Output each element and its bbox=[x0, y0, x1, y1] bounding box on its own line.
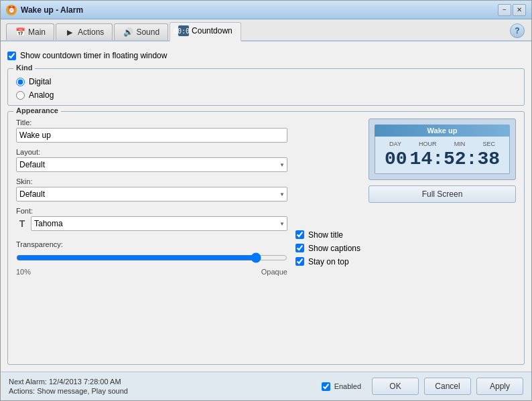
tabs-container: 📅 Main ▶ Actions 🔊 Sound 00:00 Countdown… bbox=[1, 19, 531, 42]
preview-title-bar: Wake up bbox=[375, 125, 510, 137]
action-buttons: OK Cancel Apply bbox=[372, 378, 523, 395]
preview-hour-label: HOUR bbox=[419, 141, 437, 147]
full-screen-label: Full Screen bbox=[422, 189, 463, 199]
tab-actions[interactable]: ▶ Actions bbox=[56, 23, 113, 40]
kind-digital-row: Digital bbox=[16, 77, 516, 86]
show-title-label: Show title bbox=[308, 230, 343, 240]
title-field-label: Title: bbox=[16, 118, 287, 127]
kind-radio-group: Digital Analog bbox=[16, 77, 516, 100]
cancel-button[interactable]: Cancel bbox=[424, 378, 471, 395]
preview-title: Wake up bbox=[427, 127, 458, 135]
window-icon: ⏰ bbox=[6, 5, 17, 15]
tab-actions-label: Actions bbox=[78, 27, 104, 37]
minimize-button[interactable]: − bbox=[498, 4, 511, 16]
kind-digital-radio[interactable] bbox=[16, 78, 25, 86]
stay-on-top-label: Stay on top bbox=[308, 257, 349, 266]
transparency-label: Transparency: bbox=[16, 240, 287, 248]
kind-analog-row: Analog bbox=[16, 90, 516, 100]
appearance-group: Appearance Title: Layout: Default bbox=[7, 111, 525, 365]
title-bar: ⏰ Wake up - Alarm − ✕ bbox=[1, 1, 531, 19]
help-button[interactable]: ? bbox=[510, 23, 525, 38]
layout-select-wrapper: Default bbox=[16, 157, 287, 172]
bottom-status-bar: Next Alarm: 12/4/2013 7:28:00 AM Actions… bbox=[1, 372, 531, 400]
apply-button[interactable]: Apply bbox=[476, 378, 523, 395]
preview-box: Wake up DAY HOUR MIN SEC 00 14:52 bbox=[369, 118, 516, 180]
tab-sound-label: Sound bbox=[136, 27, 159, 37]
window-controls: − ✕ bbox=[498, 4, 526, 16]
font-row: T Tahoma bbox=[16, 216, 287, 231]
clock-display: 00 14:52:38 bbox=[381, 149, 504, 169]
preview-area: Wake up DAY HOUR MIN SEC 00 14:52 bbox=[369, 118, 516, 357]
cancel-label: Cancel bbox=[435, 382, 460, 391]
show-captions-row: Show captions bbox=[295, 244, 360, 253]
preview-day-value: 00 bbox=[385, 149, 407, 169]
tab-main-label: Main bbox=[28, 27, 46, 37]
show-title-row: Show title bbox=[295, 230, 360, 240]
tab-countdown-label: Countdown bbox=[192, 26, 232, 35]
show-floating-label: Show countdown timer in floating window bbox=[20, 51, 167, 60]
show-captions-checkbox[interactable] bbox=[295, 244, 304, 252]
show-title-checkbox[interactable] bbox=[295, 230, 304, 239]
slider-max-label: Opaque bbox=[261, 268, 287, 276]
main-window: ⏰ Wake up - Alarm − ✕ 📅 Main ▶ Actions 🔊… bbox=[0, 0, 532, 401]
title-field-group: Title: bbox=[16, 118, 287, 143]
apply-label: Apply bbox=[490, 382, 510, 391]
font-select-wrapper: Tahoma bbox=[31, 216, 287, 231]
title-input[interactable] bbox=[16, 128, 287, 143]
sound-tab-icon: 🔊 bbox=[123, 27, 133, 37]
kind-analog-radio[interactable] bbox=[16, 91, 25, 100]
kind-digital-label: Digital bbox=[29, 77, 51, 86]
preview-day-label: DAY bbox=[389, 141, 401, 147]
show-floating-row: Show countdown timer in floating window bbox=[7, 48, 525, 63]
content-area: Show countdown timer in floating window … bbox=[1, 42, 531, 372]
slider-min-label: 10% bbox=[16, 268, 31, 276]
main-tab-icon: 📅 bbox=[15, 27, 25, 37]
skin-select[interactable]: Default bbox=[16, 187, 287, 202]
font-select[interactable]: Tahoma bbox=[31, 216, 287, 231]
actions-text: Actions: Show message, Play sound bbox=[9, 387, 128, 395]
layout-field-group: Layout: Default bbox=[16, 148, 287, 172]
layout-select[interactable]: Default bbox=[16, 157, 287, 172]
kind-group: Kind Digital Analog bbox=[7, 68, 525, 106]
ok-button[interactable]: OK bbox=[372, 378, 419, 395]
layout-label: Layout: bbox=[16, 148, 287, 156]
appearance-left: Title: Layout: Default bbox=[16, 118, 287, 357]
skin-select-wrapper: Default bbox=[16, 187, 287, 202]
appearance-checkboxes: Show title Show captions Stay on top bbox=[295, 139, 360, 357]
font-field-group: Font: T Tahoma bbox=[16, 207, 287, 231]
countdown-tab-icon: 00:00 bbox=[178, 25, 189, 36]
kind-analog-label: Analog bbox=[29, 90, 54, 100]
appearance-title: Appearance bbox=[13, 106, 61, 114]
appearance-inner: Title: Layout: Default bbox=[16, 118, 516, 357]
tab-countdown[interactable]: 00:00 Countdown bbox=[170, 22, 241, 42]
font-label: Font: bbox=[16, 207, 287, 215]
tab-main[interactable]: 📅 Main bbox=[6, 23, 54, 40]
transparency-slider-container: 10% Opaque bbox=[16, 251, 287, 276]
window-title: Wake up - Alarm bbox=[21, 5, 498, 15]
transparency-slider[interactable] bbox=[16, 251, 287, 264]
tab-sound[interactable]: 🔊 Sound bbox=[114, 23, 168, 40]
tabs-bar: 📅 Main ▶ Actions 🔊 Sound 00:00 Countdown… bbox=[1, 19, 531, 42]
show-floating-checkbox[interactable] bbox=[7, 52, 16, 60]
skin-field-group: Skin: Default bbox=[16, 177, 287, 202]
ok-label: OK bbox=[389, 382, 401, 391]
transparency-group: Transparency: 10% Opaque bbox=[16, 240, 287, 276]
stay-on-top-row: Stay on top bbox=[295, 257, 360, 266]
preview-min-label: MIN bbox=[454, 141, 466, 147]
enabled-checkbox[interactable] bbox=[322, 382, 330, 391]
preview-body: DAY HOUR MIN SEC 00 14:52:38 bbox=[375, 137, 510, 174]
close-button[interactable]: ✕ bbox=[513, 4, 526, 16]
stay-on-top-checkbox[interactable] bbox=[295, 257, 304, 266]
status-text: Next Alarm: 12/4/2013 7:28:00 AM Actions… bbox=[9, 378, 128, 395]
kind-group-title: Kind bbox=[13, 64, 35, 72]
next-alarm-text: Next Alarm: 12/4/2013 7:28:00 AM bbox=[9, 378, 128, 386]
preview-labels: DAY HOUR MIN SEC bbox=[381, 141, 504, 147]
slider-labels: 10% Opaque bbox=[16, 268, 287, 276]
font-icon: T bbox=[16, 218, 28, 230]
enabled-label: Enabled bbox=[334, 382, 361, 390]
preview-time-value: 14:52:38 bbox=[410, 149, 500, 169]
actions-tab-icon: ▶ bbox=[64, 27, 75, 37]
show-captions-label: Show captions bbox=[308, 244, 360, 253]
full-screen-button[interactable]: Full Screen bbox=[369, 185, 516, 203]
bottom-right-controls: Enabled OK Cancel Apply bbox=[322, 378, 523, 395]
